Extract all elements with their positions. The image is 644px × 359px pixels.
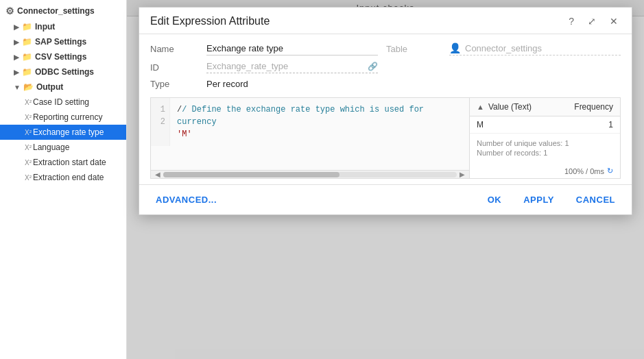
folder-icon: 📁 [22,37,32,47]
sidebar-item-language[interactable]: X² Language [0,140,126,155]
x2-icon: X² [25,159,32,166]
refresh-icon[interactable]: ↻ [607,166,613,175]
x2-icon: X² [25,114,32,121]
scrollbar-track[interactable] [163,172,457,177]
connector-icon: ⚙ [5,5,14,16]
sidebar-label: Language [33,143,69,152]
apply-button[interactable]: APPLY [518,192,560,208]
type-label: Type [150,79,198,89]
records-stat: Number of records: 1 [477,149,613,157]
table-value: Connector_settings [465,43,542,53]
x2-icon: X² [25,144,32,151]
value-row: M 1 [470,116,620,134]
code-editor[interactable]: 1 2 // Define the exchange rate type whi… [151,98,469,170]
value-stats: Number of unique values: 1 Number of rec… [470,134,620,164]
sidebar-item-csv[interactable]: ▶ 📁 CSV Settings [0,49,126,64]
sidebar-item-sap[interactable]: ▶ 📁 SAP Settings [0,34,126,49]
sidebar-item-extraction-start[interactable]: X² Extraction start date [0,155,126,170]
x2-icon: X² [25,129,32,136]
code-line-2: 'M' [177,128,462,140]
editor-scrollbar[interactable]: ◀ ▶ [151,170,469,178]
footer-right: OK APPLY CANCEL [482,192,621,208]
name-value[interactable]: Exchange rate type [206,43,378,55]
sidebar-item-case-id[interactable]: X² Case ID setting [0,95,126,110]
type-value: Per record [206,79,378,89]
advanced-button[interactable]: ADVANCED... [150,192,222,208]
arrow-icon: ▶ [14,69,19,76]
help-button[interactable]: ? [566,14,577,28]
connector-header[interactable]: ⚙ Connector_settings [0,3,126,19]
dialog-footer: ADVANCED... OK APPLY CANCEL [139,184,632,214]
code-line-1: // Define the exchange rate type which i… [177,103,462,128]
footer-left: ADVANCED... [150,192,222,208]
ok-button[interactable]: OK [482,192,508,208]
sidebar-label: SAP Settings [35,37,86,47]
sidebar-item-extraction-end[interactable]: X² Extraction end date [0,170,126,185]
dialog-form: Name Exchange rate type Table 👤 Connecto… [139,34,632,97]
folder-open-icon: 📂 [23,82,34,92]
sidebar-label: Extraction end date [33,173,104,182]
sidebar-label: ODBC Settings [35,67,94,77]
expand-button[interactable]: ⤢ [585,14,599,28]
edit-expression-dialog: Edit Expression Attribute ? ⤢ ✕ Name Exc… [139,7,632,215]
code-editor-wrapper: 1 2 // Define the exchange rate type whi… [151,98,469,178]
folder-icon: 📁 [22,22,32,32]
value-panel: ▲ Value (Text) Frequency M 1 Number of u… [469,98,620,178]
sidebar-label: Exchange rate type [33,127,104,137]
refresh-row: 100% / 0ms ↻ [470,164,620,178]
connector-label: Connector_settings [17,6,95,16]
sidebar-label: Output [36,82,63,92]
cancel-button[interactable]: CANCEL [571,192,621,208]
scroll-left-icon[interactable]: ◀ [152,171,163,178]
person-icon: 👤 [449,42,461,53]
id-field-wrapper[interactable]: Exchange_rate_type 🔗 [206,61,378,73]
main-area: Input checks Edit Expression Attribute ?… [127,0,644,359]
sidebar: ⚙ Connector_settings ▶ 📁 Input ▶ 📁 SAP S… [0,0,127,359]
sidebar-item-input[interactable]: ▶ 📁 Input [0,19,126,34]
sidebar-item-output[interactable]: ▼ 📂 Output [0,79,126,95]
folder-icon: 📁 [22,52,32,62]
sidebar-item-reporting-currency[interactable]: X² Reporting currency [0,110,126,125]
sidebar-label: CSV Settings [35,52,86,62]
code-content[interactable]: // Define the exchange rate type which i… [170,98,469,146]
sort-icon: ▲ [477,103,484,111]
col-freq-header: Frequency [574,102,613,112]
arrow-icon: ▶ [14,38,19,46]
sidebar-item-exchange-rate-type[interactable]: X² Exchange rate type [0,125,126,140]
close-button[interactable]: ✕ [607,14,621,28]
id-value: Exchange_rate_type [206,61,365,71]
name-label: Name [150,44,198,54]
table-value-wrapper: 👤 Connector_settings [449,42,621,55]
arrow-down-icon: ▼ [14,84,21,91]
refresh-label: 100% / 0ms [564,167,604,175]
x2-icon: X² [25,174,32,182]
scroll-right-icon[interactable]: ▶ [457,171,468,178]
col-value-header: Value (Text) [488,102,574,112]
unique-values-stat: Number of unique values: 1 [477,139,613,147]
value-panel-header: ▲ Value (Text) Frequency [470,98,620,116]
dialog-controls: ? ⤢ ✕ [566,14,621,28]
id-label: ID [150,62,198,73]
x2-icon: X² [25,99,32,106]
table-label: Table [386,44,441,54]
sidebar-label: Input [35,22,55,32]
scrollbar-thumb[interactable] [163,172,339,177]
folder-icon: 📁 [22,67,32,77]
arrow-icon: ▶ [14,23,19,31]
line-numbers: 1 2 [151,98,170,146]
dialog-title: Edit Expression Attribute [150,15,270,27]
link-icon: 🔗 [368,62,378,71]
sidebar-label: Reporting currency [33,112,102,122]
dialog-overlay: Edit Expression Attribute ? ⤢ ✕ Name Exc… [127,0,644,359]
dialog-titlebar: Edit Expression Attribute ? ⤢ ✕ [139,8,632,34]
sidebar-label: Case ID setting [33,97,89,107]
val-text: M [477,120,608,129]
val-freq: 1 [608,120,613,129]
sidebar-item-odbc[interactable]: ▶ 📁 ODBC Settings [0,64,126,79]
sidebar-label: Extraction start date [33,158,106,167]
editor-section: 1 2 // Define the exchange rate type whi… [150,97,621,179]
arrow-icon: ▶ [14,53,19,61]
